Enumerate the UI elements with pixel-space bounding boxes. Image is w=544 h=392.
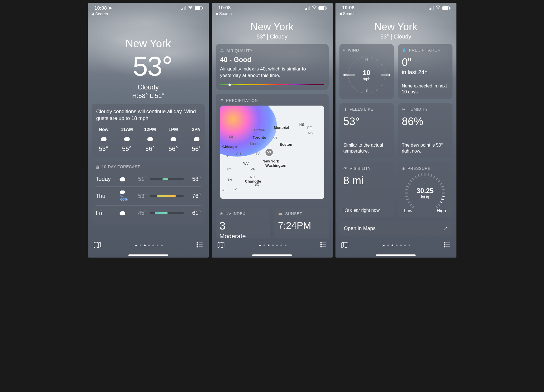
status-bar: 10:08 ➤	[88, 3, 209, 12]
wind-unit: mph	[363, 77, 370, 81]
bottom-toolbar: ➤	[212, 238, 333, 258]
map-label: New York	[263, 159, 279, 163]
svg-point-4	[197, 247, 197, 247]
battery-icon	[318, 6, 326, 10]
wind-icon: ≈	[343, 48, 346, 52]
wind-speed: 10	[363, 69, 370, 77]
map-label: MI	[229, 135, 233, 139]
map-label: KY	[227, 167, 231, 171]
pressure-card[interactable]: ◉PRESSURE ↑30.25inHg LowHigh	[398, 162, 452, 217]
back-search[interactable]: ◀ Search	[212, 11, 333, 18]
precip-desc: None expected in next 10 days.	[402, 83, 449, 95]
uv-level: Moderate	[220, 233, 266, 238]
map-label: SC	[255, 183, 260, 187]
wifi-icon	[312, 5, 317, 11]
map-label: London	[250, 142, 262, 146]
precip-sub: in last 24h	[402, 69, 449, 76]
list-icon[interactable]	[320, 242, 327, 249]
forecast-row[interactable]: Fri45°61°	[96, 205, 201, 220]
home-indicator[interactable]	[252, 254, 292, 256]
ten-day-card[interactable]: ▦10-DAY FORECAST Today51°58°Thu60%53°76°…	[92, 161, 205, 224]
svg-point-6	[320, 243, 321, 243]
forecast-row[interactable]: Today51°58°	[96, 172, 201, 186]
page-dots[interactable]: ➤	[382, 244, 410, 247]
svg-point-45	[444, 247, 445, 247]
air-quality-card[interactable]: ⁂AIR QUALITY 40 - Good Air quality index…	[216, 44, 329, 90]
map-label: IN	[225, 154, 228, 158]
status-time: 10:08	[95, 5, 107, 11]
map-label: PA	[256, 152, 261, 156]
svg-point-0	[197, 243, 197, 243]
humidity-desc: The dew point is 50° right now.	[402, 142, 449, 154]
precip-card[interactable]: 💧PRECIPITATION 0" in last 24h None expec…	[398, 44, 452, 99]
status-bar: 10:08	[335, 3, 456, 11]
pressure-value: 30.25	[416, 187, 434, 195]
status-bar: 10:08	[212, 3, 333, 11]
wifi-icon	[188, 5, 193, 11]
map-icon[interactable]	[94, 241, 101, 249]
sunset-card[interactable]: ⛅SUNSET 7:24PM	[274, 207, 329, 238]
cloud-icon	[169, 136, 177, 141]
cloud-icon	[123, 136, 131, 141]
svg-point-8	[320, 245, 321, 245]
precip-header: PRECIPITATION	[409, 48, 441, 52]
map-label: PE	[307, 126, 312, 130]
back-label: Search	[95, 12, 108, 16]
signal-icon	[429, 6, 434, 10]
visibility-card[interactable]: 👁VISIBILITY 8 mi It's clear right now.	[339, 162, 394, 217]
feels-like-card[interactable]: 🌡FEELS LIKE 53° Similar to the actual te…	[339, 103, 394, 158]
feels-header: FEELS LIKE	[350, 107, 373, 112]
map-icon[interactable]	[341, 241, 348, 249]
gauge-icon: ◉	[402, 166, 405, 171]
home-indicator[interactable]	[128, 254, 168, 256]
back-label: Search	[219, 11, 231, 16]
back-search[interactable]: ◀ Search	[88, 12, 209, 18]
page-dots[interactable]: ➤	[258, 244, 286, 247]
aq-scale-bar	[220, 84, 324, 85]
map-icon[interactable]	[217, 241, 225, 249]
header-large: New York 53° Cloudy H:58° L:51°	[88, 38, 209, 100]
hourly-card[interactable]: Cloudy conditions will continue all day.…	[92, 104, 205, 157]
map-label: OH	[236, 152, 241, 156]
thermometer-icon: 🌡	[343, 107, 348, 112]
header-compact: New York 53° | Cloudy	[335, 21, 456, 40]
location-arrow-icon: ➤	[258, 244, 261, 247]
uv-card[interactable]: ☀UV INDEX 3 Moderate	[216, 207, 270, 238]
home-indicator[interactable]	[376, 254, 416, 256]
cloud-icon	[118, 176, 126, 181]
page-dots[interactable]: ➤	[135, 244, 163, 247]
umbrella-icon: ☂	[220, 98, 224, 103]
humidity-card[interactable]: ∿HUMIDITY 86% The dew point is 50° right…	[398, 103, 452, 158]
cloud-icon	[118, 210, 126, 215]
precip-map[interactable]: 53 MontréalOttawaTorontoLondonBostonNew …	[220, 106, 324, 199]
sun-icon: ☀	[220, 211, 224, 216]
vis-header: VISIBILITY	[350, 166, 371, 171]
precip-map-card[interactable]: ☂PRECIPITATION 53 MontréalOttawaTorontoL…	[216, 94, 329, 204]
uv-header: UV INDEX	[226, 211, 245, 216]
signal-icon	[181, 6, 186, 10]
sunset-header: SUNSET	[285, 211, 302, 216]
humidity-header: HUMIDITY	[408, 107, 428, 112]
wifi-icon	[435, 5, 441, 11]
open-in-maps[interactable]: Open in Maps ↗	[339, 221, 452, 235]
pressure-header: PRESSURE	[408, 166, 431, 171]
list-icon[interactable]	[444, 242, 451, 249]
svg-point-41	[444, 243, 445, 243]
map-label: WV	[243, 162, 249, 166]
hour-item: 11AM55°	[120, 127, 134, 153]
map-label: Chicago	[222, 145, 237, 149]
list-icon[interactable]	[196, 242, 203, 249]
forecast-row[interactable]: Thu60%53°76°	[96, 186, 201, 205]
svg-point-2	[197, 245, 197, 245]
hour-item: Now53°	[96, 127, 111, 153]
wind-card[interactable]: ≈WIND NSEW 10mph	[339, 44, 394, 99]
feels-desc: Similar to the actual temperature.	[343, 142, 390, 154]
svg-point-10	[320, 247, 321, 247]
wind-header: WIND	[348, 48, 359, 52]
air-quality-icon: ⁂	[220, 48, 224, 53]
location-arrow-icon: ➤	[382, 244, 385, 247]
vis-desc: It's clear right now.	[343, 207, 390, 213]
map-label: Boston	[280, 142, 292, 147]
back-search[interactable]: ◀ Search	[335, 11, 456, 18]
bottom-toolbar: ➤	[335, 238, 456, 258]
